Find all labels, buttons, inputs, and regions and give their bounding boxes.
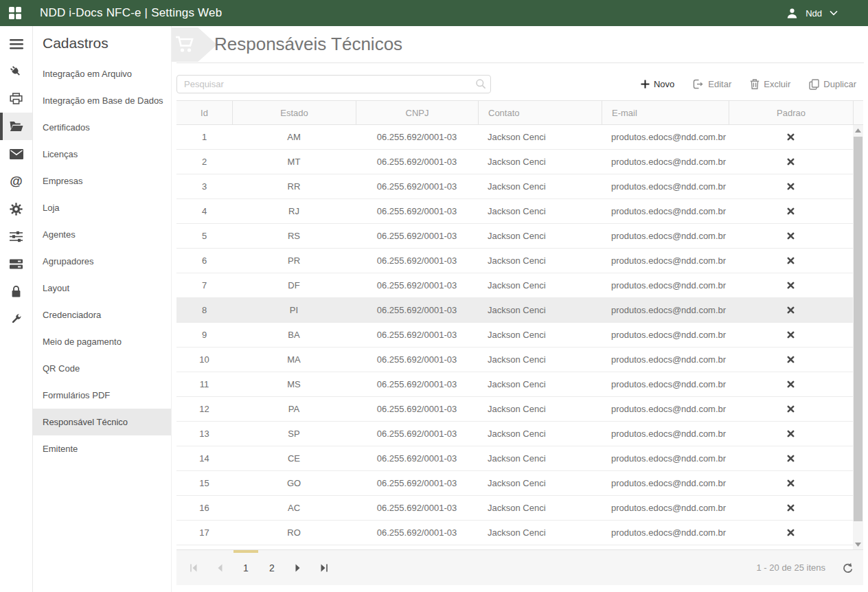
table-row[interactable]: 2MT06.255.692/0001-03Jackson Cenciprodut…: [176, 150, 853, 174]
table-row[interactable]: 12PA06.255.692/0001-03Jackson Cenciprodu…: [176, 397, 853, 422]
table-cell: 06.255.692/0001-03: [356, 323, 478, 347]
table-row[interactable]: 16AC06.255.692/0001-03Jackson Cenciprodu…: [176, 496, 853, 521]
rail-item-printing[interactable]: [0, 85, 32, 113]
rail-item-integrations[interactable]: [0, 58, 32, 85]
table-cell: CE: [232, 446, 356, 470]
table-cell: PR: [232, 249, 356, 273]
duplicate-button[interactable]: Duplicar: [809, 79, 856, 90]
page-header: Responsáveis Técnicos: [176, 26, 864, 63]
table-cell: Jackson Cenci: [478, 199, 602, 223]
table-cell: RS: [232, 224, 356, 248]
sidebar-item-emitente[interactable]: Emitente: [33, 435, 171, 462]
page-title: Responsáveis Técnicos: [214, 34, 402, 55]
rail-item-messages[interactable]: [0, 140, 32, 168]
table-row[interactable]: 15GO06.255.692/0001-03Jackson Cenciprodu…: [176, 471, 853, 496]
table-row[interactable]: 3RR06.255.692/0001-03Jackson Cenciprodut…: [176, 174, 853, 199]
table-cell: 06.255.692/0001-03: [356, 496, 478, 520]
rail-item-settings[interactable]: [0, 195, 32, 223]
table-row[interactable]: 6PR06.255.692/0001-03Jackson Cenciprodut…: [176, 249, 853, 273]
sidebar-item-loja[interactable]: Loja: [33, 194, 171, 221]
table-cell: SP: [232, 422, 356, 446]
x-mark-icon: [786, 528, 795, 537]
padrao-cell: [729, 521, 853, 545]
table-cell: 06.255.692/0001-03: [356, 150, 478, 174]
padrao-cell: [729, 496, 853, 520]
sidebar-item-qr-code[interactable]: QR Code: [33, 355, 171, 382]
sidebar-item-formularios-pdf[interactable]: Formulários PDF: [33, 382, 171, 409]
table-row[interactable]: 7DF06.255.692/0001-03Jackson Cenciprodut…: [176, 273, 853, 298]
vertical-scrollbar[interactable]: [853, 125, 863, 549]
table-row[interactable]: 8PI06.255.692/0001-03Jackson Cenciprodut…: [176, 298, 853, 323]
rail-item-parameters[interactable]: [0, 223, 32, 250]
rail-item-security[interactable]: [0, 277, 32, 305]
column-header-padrao[interactable]: Padrao: [729, 101, 853, 124]
sidebar-item-meio-de-pagamento[interactable]: Meio de pagamento: [33, 328, 171, 355]
x-mark-icon: [786, 429, 795, 438]
first-page-icon[interactable]: [183, 550, 204, 585]
sidebar-item-agrupadores[interactable]: Agrupadores: [33, 248, 171, 275]
rail-item-servers[interactable]: [0, 250, 32, 277]
scroll-down-icon[interactable]: [853, 539, 863, 549]
rail-item-menu[interactable]: [0, 30, 32, 58]
x-mark-icon: [786, 479, 795, 488]
table-row[interactable]: 13SP06.255.692/0001-03Jackson Cenciprodu…: [176, 422, 853, 446]
user-menu[interactable]: Ndd: [786, 8, 838, 19]
sidebar-item-credenciadora[interactable]: Credenciadora: [33, 301, 171, 328]
sidebar-item-agentes[interactable]: Agentes: [33, 221, 171, 248]
rail-item-tools[interactable]: [0, 305, 32, 332]
table-cell: Jackson Cenci: [478, 224, 602, 248]
app-grid-icon[interactable]: [9, 7, 21, 19]
previous-page-icon[interactable]: [209, 550, 230, 585]
table-cell: 10: [176, 348, 232, 372]
sidebar-item-responsavel-tecnico[interactable]: Responsável Técnico: [33, 409, 171, 435]
table-row[interactable]: 11MS06.255.692/0001-03Jackson Cenciprodu…: [176, 372, 853, 397]
x-mark-icon: [786, 454, 795, 463]
plug-icon: [10, 65, 23, 78]
sidebar-item-integracao-em-base-de-dados[interactable]: Integração em Base de Dados: [33, 87, 171, 114]
column-header-email[interactable]: E-mail: [602, 101, 729, 124]
table-cell: AM: [232, 125, 356, 149]
rail-item-cadastros[interactable]: [0, 113, 32, 140]
table-cell: Jackson Cenci: [478, 125, 602, 149]
column-header-estado[interactable]: Estado: [232, 101, 356, 124]
table-cell: BA: [232, 323, 356, 347]
column-header-id[interactable]: Id: [176, 101, 232, 124]
edit-button[interactable]: Editar: [693, 79, 731, 89]
rail-item-email[interactable]: @: [0, 168, 32, 195]
sidebar-item-licencas[interactable]: Licenças: [33, 141, 171, 168]
search-input[interactable]: [176, 75, 491, 93]
table-row[interactable]: 9BA06.255.692/0001-03Jackson Cenciprodut…: [176, 323, 853, 348]
next-page-icon[interactable]: [288, 550, 308, 585]
table-row[interactable]: 10MA06.255.692/0001-03Jackson Cenciprodu…: [176, 348, 853, 372]
table-cell: 14: [176, 446, 232, 470]
table-row[interactable]: 5RS06.255.692/0001-03Jackson Cenciprodut…: [176, 224, 853, 249]
header-scrollbar-spacer: [853, 101, 863, 124]
sidebar-item-certificados[interactable]: Certificados: [33, 114, 171, 141]
table-row[interactable]: 4RJ06.255.692/0001-03Jackson Cenciprodut…: [176, 199, 853, 224]
new-button[interactable]: Novo: [641, 79, 674, 89]
edit-open-icon: [693, 79, 704, 89]
sidebar-item-integracao-em-arquivo[interactable]: Integração em Arquivo: [33, 60, 171, 87]
column-header-cnpj[interactable]: CNPJ: [356, 101, 478, 124]
sidebar-item-empresas[interactable]: Empresas: [33, 168, 171, 194]
x-mark-icon: [786, 231, 795, 240]
table-row[interactable]: 17RO06.255.692/0001-03Jackson Cenciprodu…: [176, 521, 853, 545]
scrollbar-thumb[interactable]: [854, 137, 863, 521]
pager-page-1[interactable]: 1: [236, 550, 256, 585]
refresh-icon[interactable]: [842, 562, 854, 573]
scroll-up-icon[interactable]: [853, 125, 863, 135]
column-header-contato[interactable]: Contato: [478, 101, 602, 124]
table-cell: Jackson Cenci: [478, 471, 602, 495]
delete-button[interactable]: Excluir: [750, 79, 790, 89]
padrao-cell: [729, 298, 853, 322]
last-page-icon[interactable]: [314, 550, 334, 585]
table-row[interactable]: 14CE06.255.692/0001-03Jackson Cenciprodu…: [176, 446, 853, 471]
sidebar-item-layout[interactable]: Layout: [33, 275, 171, 301]
table-row[interactable]: 1AM06.255.692/0001-03Jackson Cenciprodut…: [176, 125, 853, 150]
printer-icon: [10, 93, 23, 105]
padrao-cell: [729, 372, 853, 396]
padrao-cell: [729, 348, 853, 372]
user-name: Ndd: [806, 8, 822, 19]
padrao-cell: [729, 174, 853, 198]
pager-page-2[interactable]: 2: [262, 550, 282, 585]
